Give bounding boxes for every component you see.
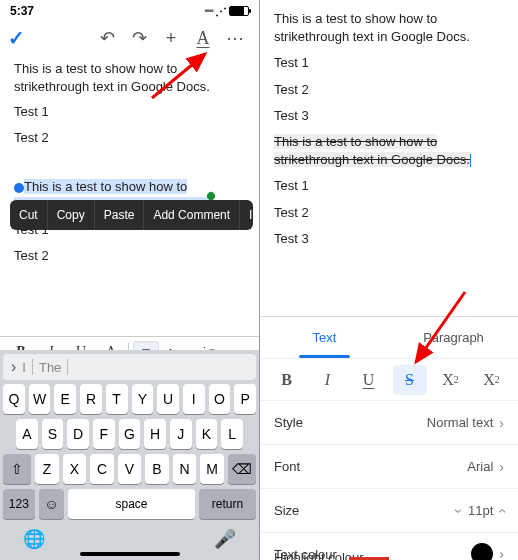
size-decrease-button[interactable]: › [452,508,468,513]
size-row: Size › 11pt › [260,488,518,532]
key-h[interactable]: H [144,419,166,449]
style-row[interactable]: Style Normal text› [260,400,518,444]
underline-button[interactable]: U [352,365,386,395]
context-paste[interactable]: Paste [95,200,145,230]
bold-button[interactable]: B [270,365,304,395]
suggestion[interactable]: I [22,360,26,375]
key-v[interactable]: V [118,454,142,484]
mic-icon[interactable]: 🎤 [214,528,236,550]
size-increase-button[interactable]: › [494,508,510,513]
key-k[interactable]: K [196,419,218,449]
paragraph: Test 1 [274,177,504,195]
subscript-button[interactable]: X2 [475,365,509,395]
document-body[interactable]: This is a test to show how to strikethro… [0,52,259,264]
done-button[interactable]: ✓ [8,26,25,50]
paragraph: Test 2 [274,204,504,222]
font-row[interactable]: Font Arial› [260,444,518,488]
key-y[interactable]: Y [132,384,154,414]
format-tabs: Text Paragraph [260,316,518,358]
key-n[interactable]: N [173,454,197,484]
key-w[interactable]: W [29,384,51,414]
paragraph: Test 2 [14,129,245,147]
clock: 5:37 [10,4,34,18]
suggestion-bar: › I The [3,354,256,380]
key-o[interactable]: O [209,384,231,414]
annotation-arrow-1 [150,50,220,104]
key-t[interactable]: T [106,384,128,414]
undo-button[interactable]: ↶ [91,27,123,49]
cell-dots-icon: •••• [204,6,213,16]
status-bar: 5:37 •••• ⋰ [0,0,259,18]
context-insert-link[interactable]: Insert Link [240,200,253,230]
font-label: Font [274,459,300,474]
paragraph: Test 2 [274,81,504,99]
key-g[interactable]: G [119,419,141,449]
size-label: Size [274,503,299,518]
key-a[interactable]: A [16,419,38,449]
right-screenshot: This is a test to show how to strikethro… [260,0,518,560]
highlight-colour-row[interactable]: Highlight colour [274,550,364,560]
emoji-key[interactable]: ☺ [39,489,64,519]
left-screenshot: 5:37 •••• ⋰ ✓ ↶ ↷ + A ⋯ This is a test t… [0,0,260,560]
key-r[interactable]: R [80,384,102,414]
redo-button[interactable]: ↷ [123,27,155,49]
context-add-comment[interactable]: Add Comment [144,200,240,230]
selection-handle-start[interactable] [14,183,24,193]
suggestion-arrow-icon[interactable]: › [11,358,16,376]
key-f[interactable]: F [93,419,115,449]
annotation-arrow-2 [410,290,470,374]
svg-line-1 [416,292,465,362]
key-l[interactable]: L [221,419,243,449]
backspace-key[interactable]: ⌫ [228,454,256,484]
paragraph: Test 1 [274,54,504,72]
key-c[interactable]: C [90,454,114,484]
context-copy[interactable]: Copy [48,200,95,230]
colour-swatch [471,543,493,560]
chevron-right-icon: › [499,415,504,431]
return-key[interactable]: return [199,489,256,519]
key-x[interactable]: X [63,454,87,484]
paragraph: Test 3 [274,230,504,248]
key-i[interactable]: I [183,384,205,414]
more-button[interactable]: ⋯ [219,27,251,49]
shift-key[interactable]: ⇧ [3,454,31,484]
home-indicator[interactable] [80,552,180,556]
svg-line-0 [152,54,205,98]
chevron-right-icon: › [499,546,504,560]
paragraph: Test 3 [274,107,504,125]
suggestion[interactable]: The [39,360,61,375]
text-caret [470,154,471,167]
key-m[interactable]: M [200,454,224,484]
style-label: Style [274,415,303,430]
ios-keyboard: › I The Q W E R T Y U I O P A S D F G H … [0,350,259,560]
chevron-right-icon: › [499,459,504,475]
key-d[interactable]: D [67,419,89,449]
paragraph: Test 1 [14,103,245,121]
wifi-icon: ⋰ [215,6,227,17]
key-u[interactable]: U [157,384,179,414]
paragraph: This is a test to show how to strikethro… [274,10,504,46]
editor-toolbar: ✓ ↶ ↷ + A ⋯ [0,18,259,52]
key-s[interactable]: S [42,419,64,449]
key-j[interactable]: J [170,419,192,449]
document-body-right[interactable]: This is a test to show how to strikethro… [260,0,518,248]
space-key[interactable]: space [68,489,195,519]
paragraph: Test 2 [14,247,245,265]
key-b[interactable]: B [145,454,169,484]
key-p[interactable]: P [234,384,256,414]
strikethrough-paragraph: This is a test to show how to strikethro… [274,133,504,169]
text-format-row: B I U S X2 X2 [260,358,518,400]
tab-text[interactable]: Text [260,317,389,358]
globe-icon[interactable]: 🌐 [23,528,45,550]
italic-button[interactable]: I [311,365,345,395]
text-format-button[interactable]: A [187,28,219,49]
context-menu: Cut Copy Paste Add Comment Insert Link ▸ [10,200,253,230]
context-cut[interactable]: Cut [10,200,48,230]
key-e[interactable]: E [54,384,76,414]
key-z[interactable]: Z [35,454,59,484]
battery-icon [229,6,249,16]
insert-button[interactable]: + [155,28,187,49]
numeric-key[interactable]: 123 [3,489,35,519]
key-q[interactable]: Q [3,384,25,414]
